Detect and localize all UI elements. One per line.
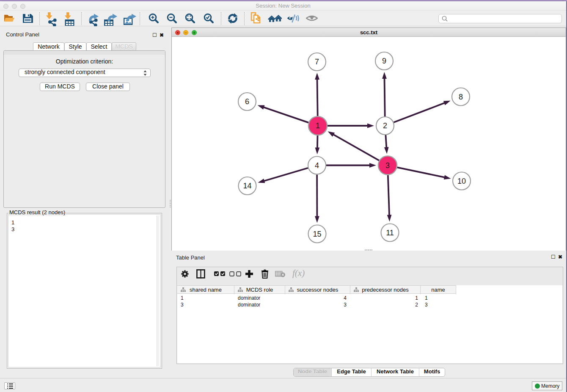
svg-text:7: 7: [315, 58, 319, 66]
svg-text:1: 1: [316, 121, 320, 130]
svg-text:8: 8: [459, 93, 463, 101]
svg-text:15: 15: [313, 230, 321, 238]
svg-text:11: 11: [386, 229, 394, 237]
svg-text:3: 3: [385, 161, 390, 170]
svg-text:6: 6: [245, 97, 249, 106]
svg-text:10: 10: [457, 177, 466, 185]
svg-text:9: 9: [382, 57, 386, 65]
svg-text:4: 4: [315, 161, 319, 170]
svg-text:2: 2: [383, 121, 387, 130]
svg-text:14: 14: [243, 182, 251, 190]
